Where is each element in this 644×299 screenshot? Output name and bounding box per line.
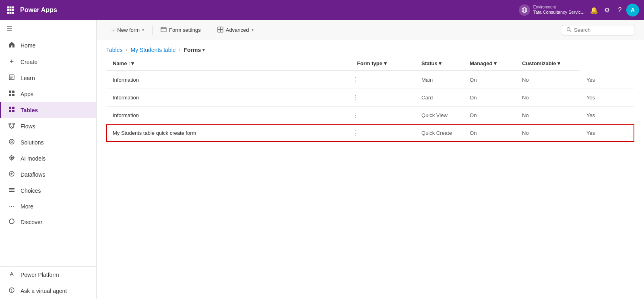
row-more-icon[interactable]: ⋮ <box>351 107 415 124</box>
sidebar-item-discover[interactable]: Discover <box>0 214 96 230</box>
cell-form-type: Quick Create <box>415 124 463 142</box>
new-form-button[interactable]: + New form ▾ <box>106 24 149 36</box>
cell-form-type: Card <box>415 89 463 107</box>
sidebar-item-learn[interactable]: Learn <box>0 70 96 86</box>
sidebar-item-label-dataflows: Dataflows <box>21 171 45 178</box>
main-content: + New form ▾ Form settings Advanced ▾ <box>97 20 644 299</box>
svg-rect-4 <box>10 9 12 11</box>
advanced-dropdown-arrow: ▾ <box>252 28 254 32</box>
col-header-managed[interactable]: Managed ▾ <box>463 56 516 71</box>
new-form-label: New form <box>117 27 140 33</box>
search-input[interactable] <box>574 27 630 33</box>
forms-table: Name ↑▾ Form type ▾ Status ▾ Managed ▾ C <box>106 56 634 142</box>
sidebar-item-tables[interactable]: Tables <box>0 102 96 118</box>
sidebar-item-label-more: More <box>21 203 33 210</box>
cell-name: Information <box>106 71 351 89</box>
sidebar-item-power-platform[interactable]: Power Platform <box>0 267 96 283</box>
breadcrumb-dropdown-arrow[interactable]: ▾ <box>202 47 205 53</box>
sidebar-item-label-ask-virtual-agent: Ask a virtual agent <box>21 288 67 294</box>
power-platform-icon <box>8 271 16 279</box>
cell-managed: No <box>516 107 580 124</box>
choices-icon <box>8 187 16 195</box>
table-row[interactable]: Information⋮MainOnNoYes <box>106 71 634 89</box>
svg-point-26 <box>11 127 12 128</box>
sidebar-item-create[interactable]: + Create <box>0 54 96 70</box>
table-row[interactable]: Information⋮Quick ViewOnNoYes <box>106 107 634 124</box>
filter-icon[interactable]: ▾ <box>131 60 134 66</box>
flows-icon <box>8 122 16 130</box>
sidebar-item-choices[interactable]: Choices <box>0 183 96 199</box>
svg-rect-36 <box>9 188 14 189</box>
sidebar-item-label-discover: Discover <box>21 219 42 225</box>
toolbar-separator-1 <box>152 25 153 35</box>
home-icon <box>8 41 16 49</box>
sidebar-item-label-apps: Apps <box>21 91 33 97</box>
solutions-icon <box>8 138 16 146</box>
col-header-name[interactable]: Name ↑▾ <box>106 56 351 71</box>
settings-button[interactable]: ⚙ <box>601 4 613 16</box>
table-row[interactable]: Information⋮CardOnNoYes <box>106 89 634 107</box>
col-header-form-type[interactable]: Form type ▾ <box>351 56 415 71</box>
row-more-icon[interactable]: ⋮ <box>351 124 415 142</box>
row-more-icon[interactable]: ⋮ <box>351 71 415 89</box>
notifications-button[interactable]: 🔔 <box>588 4 601 16</box>
svg-rect-23 <box>12 110 14 112</box>
sidebar-item-solutions[interactable]: Solutions <box>0 134 96 151</box>
content-area: Name ↑▾ Form type ▾ Status ▾ Managed ▾ C <box>97 56 644 299</box>
form-settings-button[interactable]: Form settings <box>156 24 206 36</box>
sidebar-item-flows[interactable]: Flows <box>0 118 96 134</box>
filter-icon[interactable]: ▾ <box>439 60 442 66</box>
filter-icon[interactable]: ▾ <box>494 60 497 66</box>
svg-rect-16 <box>9 91 11 93</box>
filter-icon[interactable]: ▾ <box>557 60 560 66</box>
svg-rect-38 <box>9 191 14 192</box>
table-row[interactable]: My Students table quick create form⋮Quic… <box>106 124 634 142</box>
advanced-button[interactable]: Advanced ▾ <box>213 24 258 36</box>
sidebar-collapse-button[interactable]: ☰ <box>0 20 96 37</box>
waffle-icon[interactable] <box>5 4 16 16</box>
cell-status: On <box>463 107 516 124</box>
svg-line-51 <box>570 30 572 32</box>
col-header-status[interactable]: Status ▾ <box>415 56 463 71</box>
breadcrumb-sep-2: › <box>179 47 181 53</box>
search-box[interactable] <box>562 25 634 35</box>
sidebar-item-label-tables: Tables <box>21 107 38 113</box>
filter-icon[interactable]: ▾ <box>384 60 387 66</box>
cell-customizable: Yes <box>580 107 634 124</box>
svg-point-24 <box>9 123 10 125</box>
cell-status: On <box>463 124 516 142</box>
breadcrumb-tables[interactable]: Tables <box>106 47 122 53</box>
sidebar: ☰ Home + Create Learn Apps <box>0 20 97 299</box>
sidebar-item-ai-models[interactable]: AI models <box>0 151 96 167</box>
svg-rect-21 <box>12 107 14 109</box>
svg-rect-3 <box>7 9 9 11</box>
form-settings-label: Form settings <box>169 27 201 33</box>
app-title: Power Apps <box>20 6 57 14</box>
svg-rect-37 <box>9 190 14 190</box>
help-button[interactable]: ? <box>613 4 626 16</box>
toolbar-separator-2 <box>209 25 209 35</box>
breadcrumb: Tables › My Students table › Forms ▾ <box>97 40 644 56</box>
sidebar-item-apps[interactable]: Apps <box>0 86 96 102</box>
svg-rect-6 <box>7 12 9 14</box>
tables-icon <box>8 106 16 114</box>
toolbar: + New form ▾ Form settings Advanced ▾ <box>97 20 644 40</box>
sidebar-item-ask-virtual-agent[interactable]: ? Ask a virtual agent <box>0 283 96 299</box>
sidebar-item-home[interactable]: Home <box>0 37 96 54</box>
svg-rect-18 <box>9 94 11 96</box>
row-more-icon[interactable]: ⋮ <box>351 89 415 107</box>
user-avatar[interactable]: A <box>626 4 639 16</box>
col-header-customizable[interactable]: Customizable ▾ <box>516 56 580 71</box>
sidebar-item-dataflows[interactable]: Dataflows <box>0 167 96 183</box>
sidebar-item-label-home: Home <box>21 42 35 49</box>
sidebar-item-label-create: Create <box>21 59 37 65</box>
svg-rect-7 <box>10 12 12 14</box>
environment-section: Environment Tata Consultancy Servic... <box>519 4 584 16</box>
sidebar-item-label-ai-models: AI models <box>21 155 45 162</box>
table-body: Information⋮MainOnNoYesInformation⋮CardO… <box>106 71 634 142</box>
svg-rect-8 <box>12 12 14 14</box>
environment-info: Environment Tata Consultancy Servic... <box>533 5 584 15</box>
sidebar-item-more[interactable]: ··· More <box>0 199 96 214</box>
breadcrumb-students-table[interactable]: My Students table <box>130 47 175 53</box>
svg-point-27 <box>9 139 14 144</box>
